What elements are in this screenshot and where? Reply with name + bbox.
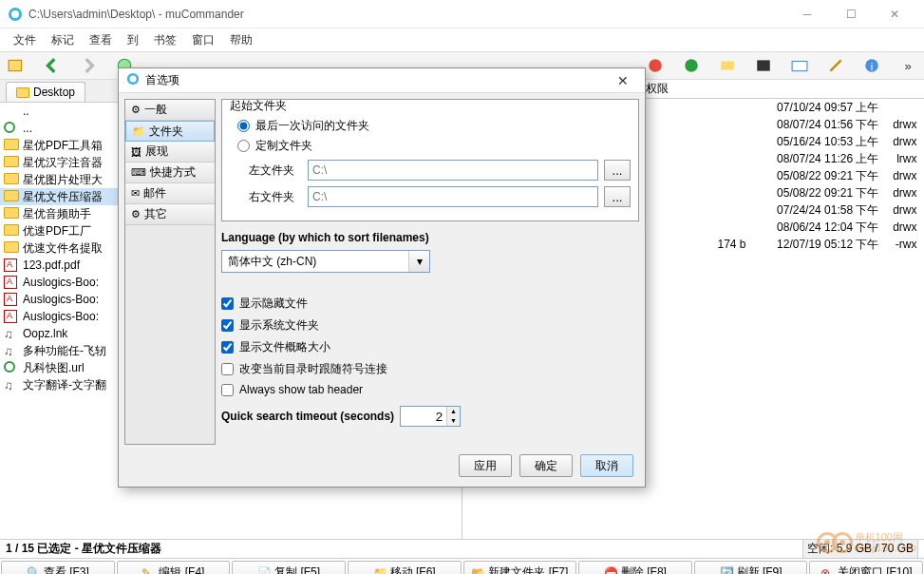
language-combo[interactable]: 简体中文 (zh-CN) ▾: [221, 250, 430, 273]
folder-icon: [4, 173, 19, 186]
radio-custom-folder[interactable]: 定制文件夹: [237, 138, 631, 154]
nav-item-0[interactable]: ⚙一般: [125, 100, 215, 121]
menu-view[interactable]: 查看: [82, 30, 120, 50]
folder-icon: [4, 224, 19, 238]
nav-item-1[interactable]: 📁文件夹: [125, 121, 215, 142]
quick-search-spinner[interactable]: ▲▼: [400, 406, 461, 427]
radio-last-folder-input[interactable]: [237, 120, 250, 132]
nav-label: 文件夹: [149, 124, 183, 140]
minimize-button[interactable]: ─: [785, 0, 829, 29]
forward-icon[interactable]: [80, 57, 97, 74]
right-folder-input[interactable]: [308, 186, 598, 207]
new-window-icon[interactable]: [8, 57, 25, 74]
dialog-nav: ⚙一般📁文件夹🖼展现⌨快捷方式✉邮件⚙其它: [124, 99, 216, 445]
chevron-down-icon[interactable]: ▾: [408, 251, 429, 272]
apply-button[interactable]: 应用: [459, 454, 512, 477]
left-folder-label: 左文件夹: [249, 163, 302, 179]
folder-icon: [4, 241, 19, 255]
svg-point-1: [11, 10, 19, 18]
menubar: 文件 标记 查看 到 书签 窗口 帮助: [0, 29, 924, 51]
fn-button-2[interactable]: 📄复制 [F5]: [232, 561, 346, 574]
nav-label: 其它: [144, 206, 167, 222]
music-icon: ♫: [4, 378, 19, 392]
stop-icon[interactable]: [647, 57, 664, 74]
detail-row[interactable]: 08/06/24 12:04 下午drwx: [709, 219, 925, 236]
wand-icon[interactable]: [827, 57, 844, 74]
tab-desktop[interactable]: Desktop: [6, 82, 85, 102]
nav-label: 快捷方式: [150, 164, 196, 181]
menu-bookmarks[interactable]: 书签: [146, 30, 184, 50]
start-folder-legend: 起始文件夹: [230, 98, 631, 114]
detail-row[interactable]: 05/08/22 09:21 下午drwx: [709, 184, 925, 201]
nav-icon: 🖼: [131, 146, 141, 158]
chk-tab-header[interactable]: Always show tab header: [221, 383, 639, 396]
fn-label: 删除 [F8]: [621, 564, 667, 574]
spin-up[interactable]: ▲: [447, 407, 460, 416]
chk-system-folders[interactable]: 显示系统文件夹: [221, 317, 639, 334]
dialog-content: 起始文件夹 最后一次访问的文件夹 定制文件夹 左文件夹 ... 右文件夹: [221, 99, 639, 445]
fn-button-6[interactable]: 🔄刷新 [F9]: [694, 561, 808, 574]
selection-status: 1 / 15 已选定 - 星优文件压缩器: [6, 541, 161, 557]
dialog-app-icon: [126, 72, 140, 88]
detail-row[interactable]: 07/24/24 01:58 下午drwx: [709, 201, 925, 219]
quick-search-value[interactable]: [401, 407, 446, 426]
back-icon[interactable]: [44, 57, 61, 74]
fn-icon: 📁: [373, 566, 387, 575]
menu-go[interactable]: 到: [120, 30, 146, 50]
menu-mark[interactable]: 标记: [44, 30, 82, 50]
svg-point-4: [649, 59, 662, 72]
dialog-buttons: 应用 确定 取消: [119, 450, 645, 487]
svg-rect-2: [9, 60, 22, 70]
nav-icon: 📁: [132, 125, 145, 138]
detail-row[interactable]: 05/08/22 09:21 下午drwx: [709, 167, 925, 184]
menu-help[interactable]: 帮助: [222, 30, 260, 50]
detail-row[interactable]: 07/10/24 09:57 上午: [709, 99, 925, 116]
chk-follow-symlinks[interactable]: 改变当前目录时跟随符号连接: [221, 361, 639, 377]
nav-item-4[interactable]: ✉邮件: [125, 183, 215, 204]
fn-button-1[interactable]: ✎编辑 [F4]: [117, 561, 231, 574]
swap-icon[interactable]: [719, 57, 736, 74]
menu-window[interactable]: 窗口: [184, 30, 222, 50]
cancel-button[interactable]: 取消: [580, 454, 633, 477]
terminal-icon[interactable]: [755, 57, 772, 74]
function-bar: 🔍查看 [F3]✎编辑 [F4]📄复制 [F5]📁移动 [F6]📂新建文件夹 […: [0, 558, 924, 574]
up-icon: [4, 105, 19, 118]
maximize-button[interactable]: ☐: [829, 0, 873, 29]
status-bar: 1 / 15 已选定 - 星优文件压缩器 空闲: 5.9 GB / 70 GB: [0, 539, 924, 558]
spin-down[interactable]: ▼: [447, 416, 460, 426]
fn-button-4[interactable]: 📂新建文件夹 [F7]: [463, 561, 577, 574]
nav-item-2[interactable]: 🖼展现: [125, 142, 215, 163]
radio-last-folder[interactable]: 最后一次访问的文件夹: [237, 118, 631, 134]
left-folder-input[interactable]: [308, 160, 598, 181]
fn-button-0[interactable]: 🔍查看 [F3]: [1, 561, 115, 574]
fn-button-7[interactable]: ⊗关闭窗口 [F10]: [809, 561, 923, 574]
right-folder-browse[interactable]: ...: [604, 186, 631, 207]
chk-size-approx[interactable]: 显示文件概略大小: [221, 339, 639, 355]
ok-button[interactable]: 确定: [519, 454, 573, 477]
info-icon[interactable]: i: [863, 57, 880, 74]
music-icon: ♫: [4, 344, 19, 357]
detail-row[interactable]: 08/07/24 01:56 下午drwx: [709, 116, 925, 133]
nav-item-5[interactable]: ⚙其它: [125, 204, 215, 225]
right-folder-label: 右文件夹: [249, 189, 302, 205]
tab-label: Desktop: [33, 86, 75, 99]
mail-icon[interactable]: [791, 57, 808, 74]
more-icon[interactable]: »: [899, 57, 916, 74]
dialog-close-button[interactable]: ✕: [609, 73, 637, 88]
svg-point-12: [130, 76, 137, 83]
radio-custom-folder-input[interactable]: [237, 140, 250, 152]
fn-button-3[interactable]: 📁移动 [F6]: [348, 561, 462, 574]
detail-row[interactable]: 08/07/24 11:26 上午lrwx: [709, 150, 925, 167]
nav-item-3[interactable]: ⌨快捷方式: [125, 163, 215, 183]
fn-label: 关闭窗口 [F10]: [838, 564, 913, 574]
detail-row[interactable]: 05/16/24 10:53 上午drwx: [709, 133, 925, 150]
close-window-button[interactable]: ✕: [873, 0, 916, 29]
language-value: 简体中文 (zh-CN): [222, 254, 408, 270]
left-folder-browse[interactable]: ...: [604, 160, 631, 181]
fn-button-5[interactable]: ⛔删除 [F8]: [578, 561, 692, 574]
detail-row[interactable]: 174 b12/07/19 05:12 下午-rwx: [709, 236, 925, 253]
pdf-icon: [4, 276, 19, 289]
chk-hidden-files[interactable]: 显示隐藏文件: [221, 296, 639, 312]
menu-file[interactable]: 文件: [6, 30, 44, 50]
sync-icon[interactable]: [683, 57, 700, 74]
